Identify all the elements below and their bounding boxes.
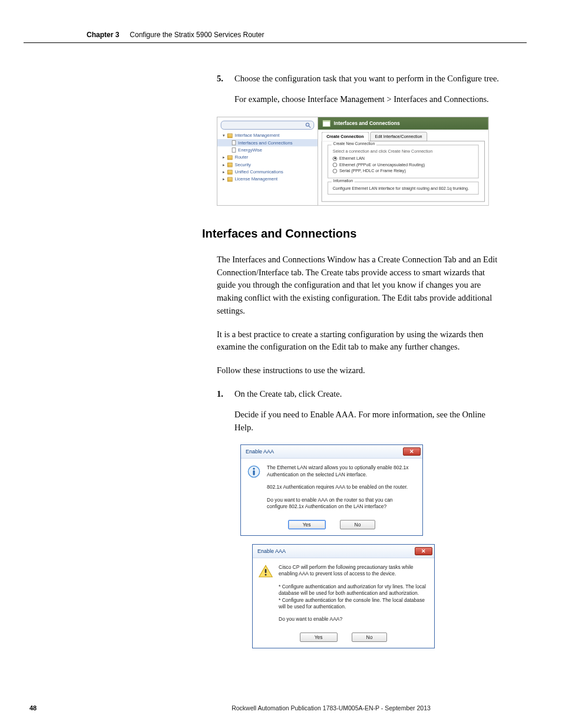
tree-interfaces-connections[interactable]: Interfaces and Connections — [217, 139, 318, 146]
dialog-body: The Ethernet LAN wizard allows you to op… — [241, 459, 422, 519]
fieldset-legend: Create New Connection — [332, 142, 376, 146]
folder-icon — [227, 155, 233, 160]
section-p2: It is a best practice to create a starti… — [217, 328, 503, 354]
fieldset-legend: Information — [332, 179, 355, 183]
tab-create-connection[interactable]: Create Connection — [322, 131, 369, 141]
info-icon — [247, 465, 261, 479]
close-button[interactable]: ✕ — [415, 547, 432, 555]
panel-title: Interfaces and Connections — [334, 120, 400, 126]
dialog-p3: Do you want to enable AAA? — [279, 616, 426, 622]
section-p1: The Interfaces and Connections Window ha… — [217, 253, 503, 318]
search-icon — [305, 122, 311, 128]
tree-label: License Management — [234, 176, 277, 182]
folder-icon — [227, 133, 233, 138]
step-text: On the Create tab, click Create. — [234, 388, 342, 400]
dialog-p2: * Configure authentication and authoriza… — [279, 584, 426, 611]
radio-label: Ethernet LAN — [339, 156, 365, 161]
step1-sub: Decide if you need to Enable AAA. For mo… — [234, 409, 503, 434]
radio-icon — [333, 162, 338, 167]
tree-label: Router — [234, 154, 248, 160]
tree-label: EnergyWise — [238, 147, 262, 153]
chapter-title: Configure the Stratix 5900 Services Rout… — [130, 31, 264, 39]
tree-unified-comm[interactable]: Unified Communications — [217, 168, 318, 175]
radio-label: Serial (PPP, HDLC or Frame Relay) — [339, 168, 406, 173]
dialog-p1: Cisco CP will perform the following prec… — [279, 564, 426, 578]
tree-label: Interface Management — [234, 133, 279, 138]
panel-tabs: Create Connection Edit Interface/Connect… — [322, 131, 485, 141]
tree-license-mgmt[interactable]: License Management — [217, 176, 318, 183]
panel-body: Create New Connection Select a connectio… — [322, 141, 485, 202]
page-icon — [232, 147, 236, 153]
tree-label: Unified Communications — [234, 169, 283, 174]
tree-label: Security — [234, 162, 250, 167]
no-button[interactable]: No — [340, 520, 376, 529]
tree-security[interactable]: Security — [217, 161, 318, 168]
close-button[interactable]: ✕ — [403, 447, 421, 456]
yes-button[interactable]: Yes — [300, 633, 338, 642]
page-header: Chapter 3 Configure the Stratix 5900 Ser… — [24, 0, 527, 43]
page-footer: 48 Rockwell Automation Publication 1783-… — [0, 704, 562, 711]
svg-point-5 — [253, 468, 254, 470]
step-number: 1. — [217, 388, 227, 400]
nav-tree: Interface Management Interfaces and Conn… — [217, 117, 318, 205]
section-p3: Follow these instructions to use the wiz… — [217, 364, 503, 377]
radio-ethernet-lan[interactable]: Ethernet LAN — [333, 156, 474, 161]
info-text: Configure Ethernet LAN interface for str… — [333, 186, 474, 191]
radio-label: Ethernet (PPPoE or Unencapsulated Routin… — [339, 162, 425, 167]
folder-icon — [227, 177, 233, 182]
radio-icon — [333, 156, 338, 161]
detail-panel: Interfaces and Connections Create Connec… — [318, 117, 488, 205]
folder-icon — [227, 170, 233, 174]
step-5: 5. Choose the configuration task that yo… — [217, 73, 503, 85]
create-new-connection-fieldset: Create New Connection Select a connectio… — [328, 144, 479, 178]
radio-serial[interactable]: Serial (PPP, HDLC or Frame Relay) — [333, 168, 474, 173]
no-button[interactable]: No — [352, 633, 388, 642]
dialog-title: Enable AAA — [257, 548, 286, 554]
dialog-p2: 802.1x Authentication requires AAA to be… — [267, 484, 414, 490]
dialog-enable-aaa-2: Enable AAA ✕ Cisco CP will perform the f… — [252, 544, 435, 648]
svg-line-1 — [309, 126, 310, 127]
fieldset-hint: Select a connection and click Create New… — [333, 149, 474, 154]
page-number: 48 — [29, 704, 147, 711]
page-icon — [232, 140, 236, 146]
tree-search[interactable] — [221, 120, 315, 129]
main-content: 5. Choose the configuration task that yo… — [0, 43, 562, 648]
svg-rect-8 — [265, 569, 267, 573]
window-icon — [323, 120, 330, 126]
step5-example: For example, choose Interface Management… — [234, 93, 503, 106]
dialog-buttons: Yes No — [241, 520, 422, 535]
radio-icon — [333, 169, 338, 173]
svg-point-0 — [306, 123, 309, 126]
tab-edit-interface[interactable]: Edit Interface/Connection — [370, 131, 427, 141]
step-number: 5. — [217, 73, 227, 85]
tree-label: Interfaces and Connections — [238, 140, 293, 146]
svg-point-9 — [265, 574, 267, 575]
step-1: 1. On the Create tab, click Create. — [217, 388, 503, 400]
section-heading: Interfaces and Connections — [202, 227, 503, 241]
config-tree-screenshot: Interface Management Interfaces and Conn… — [217, 117, 489, 206]
dialog-titlebar: Enable AAA ✕ — [253, 545, 434, 558]
step-text: Choose the configuration task that you w… — [234, 73, 499, 85]
chapter-label: Chapter 3 — [87, 31, 119, 39]
dialog-enable-aaa-1: Enable AAA ✕ The Ethernet LAN wizard all… — [240, 444, 423, 535]
svg-rect-6 — [253, 470, 254, 475]
dialog-titlebar: Enable AAA ✕ — [241, 445, 422, 459]
tree-router[interactable]: Router — [217, 153, 318, 160]
tree-interface-mgmt[interactable]: Interface Management — [217, 131, 318, 139]
yes-button[interactable]: Yes — [288, 520, 326, 529]
dialog-body: Cisco CP will perform the following prec… — [253, 558, 434, 633]
publication-info: Rockwell Automation Publication 1783-UM0… — [147, 704, 515, 711]
radio-ethernet-pppoe[interactable]: Ethernet (PPPoE or Unencapsulated Routin… — [333, 162, 474, 167]
dialog-text: The Ethernet LAN wizard allows you to op… — [267, 465, 414, 516]
folder-icon — [227, 162, 233, 167]
dialog-p1: The Ethernet LAN wizard allows you to op… — [267, 465, 414, 478]
dialog-title: Enable AAA — [246, 449, 274, 454]
dialog-p3: Do you want to enable AAA on the router … — [267, 497, 414, 510]
tree-energywise[interactable]: EnergyWise — [217, 146, 318, 153]
dialog-buttons: Yes No — [253, 633, 434, 648]
panel-titlebar: Interfaces and Connections — [318, 117, 488, 130]
svg-rect-3 — [323, 121, 330, 126]
dialog-text: Cisco CP will perform the following prec… — [279, 564, 426, 629]
information-fieldset: Information Configure Ethernet LAN inter… — [328, 182, 479, 195]
warning-icon — [259, 564, 273, 578]
